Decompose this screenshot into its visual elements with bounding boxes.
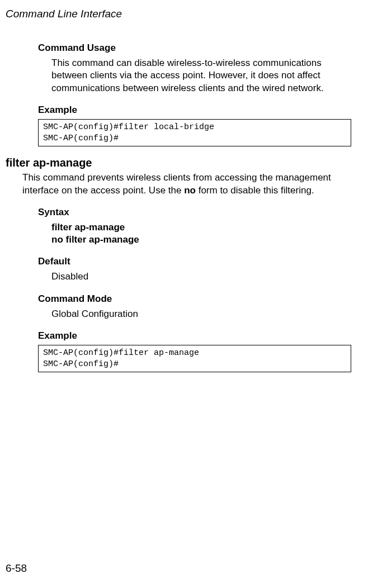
page-container: Command Line Interface Command Usage Thi… <box>0 0 368 588</box>
command-usage-body: This command can disable wireless-to-wir… <box>51 57 351 94</box>
heading-default: Default <box>38 256 351 267</box>
heading-filter-ap-manage: filter ap-manage <box>6 157 351 169</box>
heading-command-mode: Command Mode <box>38 293 351 305</box>
syntax-block: filter ap-manage no filter ap-manage <box>51 221 351 246</box>
command-mode-value: Global Configuration <box>51 308 351 320</box>
page-number: 6-58 <box>6 562 27 575</box>
section-command-usage: Command Usage This command can disable w… <box>38 42 351 146</box>
filter-ap-manage-intro: This command prevents wireless clients f… <box>22 172 351 197</box>
intro-text-bold: no <box>184 185 196 196</box>
default-value: Disabled <box>51 271 351 283</box>
code-block-1: SMC-AP(config)#filter local-bridge SMC-A… <box>38 119 351 146</box>
heading-example-1: Example <box>38 105 351 116</box>
intro-text-post: form to disable this filtering. <box>196 185 314 196</box>
heading-syntax: Syntax <box>38 207 351 218</box>
section-filter-ap-manage-details: Syntax filter ap-manage no filter ap-man… <box>38 207 351 372</box>
heading-command-usage: Command Usage <box>38 42 351 54</box>
syntax-line-2: no filter ap-manage <box>51 234 351 246</box>
code-block-2: SMC-AP(config)#filter ap-manage SMC-AP(c… <box>38 345 351 372</box>
heading-example-2: Example <box>38 330 351 342</box>
running-head: Command Line Interface <box>6 8 351 20</box>
syntax-line-1: filter ap-manage <box>51 221 351 234</box>
